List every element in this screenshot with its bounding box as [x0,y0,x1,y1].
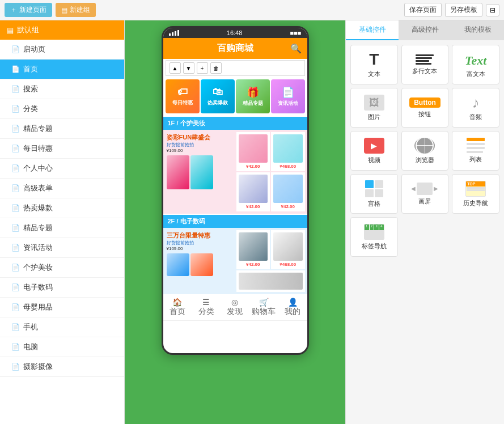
sidebar-item-label: 热卖爆款 [23,203,53,213]
add-item-button[interactable]: + [197,62,208,74]
widget-slideshow[interactable]: ◀ ▶ 画屏 [401,174,449,214]
sidebar-item-muying[interactable]: 📄母婴用品 [0,298,124,317]
page-icon: 📄 [11,145,20,152]
phone-tab-discover[interactable]: ◎ 发现 [221,294,249,320]
mine-label: 我的 [279,307,306,317]
phone-tab-home[interactable]: 🏠 首页 [163,294,192,320]
sidebar-item-jingpin[interactable]: 📄精品专题 [0,119,124,139]
tab-basic-controls[interactable]: 基础控件 [346,20,399,40]
sidebar-item-qidongye[interactable]: 📄启动页 [0,40,124,60]
widget-text[interactable]: T 文本 [350,45,398,84]
phone-nav-title: 百购商城 [217,43,253,54]
sidebar-item-gaoji[interactable]: 📄高级表单 [0,179,124,198]
widget-tagsnav[interactable]: 1 2 3 4 标签导航 [350,217,398,257]
save-page-button[interactable]: 保存页面 [404,3,442,17]
section1-promo-price: ¥109.00 [167,148,235,153]
section1-title: 1F / 个护美妆 [168,120,205,126]
save-template-label: 另存模板 [450,6,477,14]
sidebar-item-label: 精品专题 [23,124,53,134]
special-icon: 🎁 [247,86,259,99]
sidebar-item-label: 电子数码 [23,282,53,292]
tab-advanced-controls[interactable]: 高级控件 [399,20,451,40]
sidebar-item-jingpin2[interactable]: 📄精品专题 [0,218,124,238]
page-icon: 📄 [11,45,20,53]
phone-tab-cart[interactable]: 🛒 购物车 [249,294,278,320]
widget-multiline[interactable]: 多行文本 [401,45,449,84]
sidebar-item-zixun[interactable]: 📄资讯活动 [0,238,124,258]
widget-button[interactable]: Button 按钮 [401,88,449,128]
banner-item-daily[interactable]: 🏷 每日特惠 [166,79,200,113]
product-img-3 [239,175,268,203]
sidebar-item-geren[interactable]: 📄个人中心 [0,159,124,179]
product-price-2: ¥468.00 [273,164,303,169]
sidebar-item-dianzi[interactable]: 📄电子数码 [0,278,124,298]
sidebar-item-meirizhuanquan[interactable]: 📄每日特惠 [0,139,124,159]
product-price-5: ¥42.00 [239,262,268,267]
sidebar-item-fenlei[interactable]: 📄分类 [0,99,124,119]
grid-widget-icon [365,180,383,197]
page-icon: 📄 [11,264,20,272]
widget-music[interactable]: ♪ 音频 [452,88,499,128]
widget-browser[interactable]: 浏览器 [401,131,449,171]
widget-image[interactable]: 🖼 图片 [350,88,398,128]
widget-video[interactable]: ▶ 视频 [350,131,398,171]
delete-item-button[interactable]: 🗑 [210,62,222,74]
section2-title: 2F / 电子数码 [168,218,205,224]
sidebar-item-label: 个护美妆 [23,262,53,273]
section2-promo-price: ¥109.00 [167,246,235,251]
rich-widget-icon: Text [465,52,486,67]
sidebar-item-label: 搜索 [23,84,38,94]
save-template-button[interactable]: 另存模板 [445,3,482,17]
widget-history[interactable]: TOP 历史导航 [452,174,499,214]
phone-status-bar: 16:48 ■■■ [163,28,307,38]
widget-rich[interactable]: Text 富文本 [452,45,499,84]
sidebar-item-diannao[interactable]: 📄电脑 [0,337,124,357]
text-widget-icon: T [369,52,379,67]
sidebar-item-sheying[interactable]: 📄摄影摄像 [0,357,124,377]
banner-item-special[interactable]: 🎁 精品专题 [236,79,270,113]
banner-label-hot: 热卖爆款 [207,99,228,107]
page-icon: 📄 [11,244,20,252]
home-icon: 🏠 [164,298,191,307]
product-img-5 [239,232,268,261]
collapse-button[interactable]: ⊟ [486,4,499,16]
search-icon[interactable]: 🔍 [290,43,302,54]
sidebar-item-remake[interactable]: 📄热卖爆款 [0,198,124,218]
page-icon: 📄 [11,283,20,291]
sidebar-item-label: 精品专题 [23,223,53,233]
page-icon: 📄 [11,184,20,192]
tab-advanced-label: 高级控件 [412,26,439,33]
banner-item-hot[interactable]: 🛍 热卖爆款 [201,79,235,113]
sidebar-item-shouji[interactable]: 📄手机 [0,317,124,337]
page-icon: 📄 [11,303,20,311]
history-widget-label: 历史导航 [463,199,488,207]
product-cell-3: ¥42.00 [236,172,270,211]
product-cell-2: ¥468.00 [271,132,305,171]
widget-grid-ctrl[interactable]: 宫格 [350,174,398,214]
widget-list[interactable]: 列表 [452,131,499,171]
sidebar-item-shouye[interactable]: 📄首页 [0,60,124,79]
sidebar-item-label: 母婴用品 [23,302,53,312]
section2-promo-subtitle: 好货提前抢拍 [167,240,235,246]
new-group-icon: ▤ [61,6,67,14]
tagsnav-widget-label: 标签导航 [362,242,387,251]
tab-my-label: 我的模板 [464,26,492,33]
button-widget-label: 按钮 [418,110,431,118]
right-panel: 基础控件 高级控件 我的模板 T 文本 [345,20,504,424]
page-icon: 📄 [11,224,20,232]
cart-label: 购物车 [251,307,277,317]
sidebar-item-sousuo[interactable]: 📄搜索 [0,79,124,99]
move-down-button[interactable]: ▼ [183,62,194,74]
tab-my-templates[interactable]: 我的模板 [451,20,504,40]
banner-item-news[interactable]: 📄 资讯活动 [271,79,305,113]
phone-battery: ■■■ [290,29,302,36]
new-page-button[interactable]: ＋ 新建页面 [5,3,52,17]
phone-tab-mine[interactable]: 👤 我的 [278,294,307,320]
tagsnav-widget-icon: 1 2 3 4 [364,224,384,240]
new-group-button[interactable]: ▤ 新建组 [56,3,96,17]
new-group-label: 新建组 [70,5,90,15]
product-img-2 [273,134,303,163]
phone-tab-category[interactable]: ☰ 分类 [192,294,221,320]
move-up-button[interactable]: ▲ [170,62,181,74]
sidebar-item-geren2[interactable]: 📄个护美妆 [0,258,124,278]
